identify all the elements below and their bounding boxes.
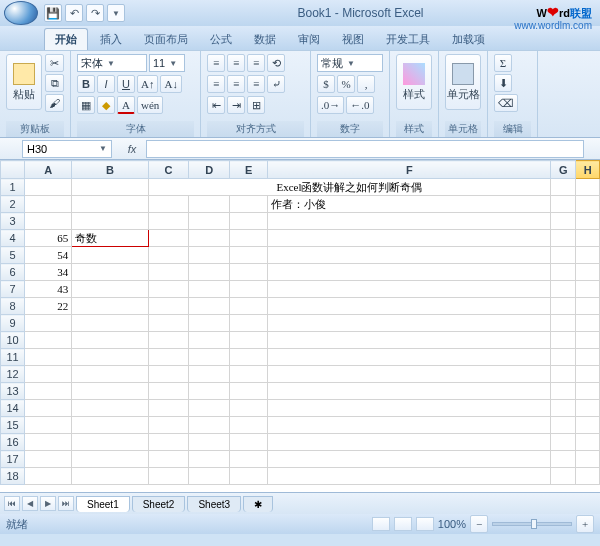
cell[interactable] — [230, 468, 268, 485]
cell[interactable] — [576, 366, 600, 383]
row-header[interactable]: 12 — [1, 366, 25, 383]
font-name-select[interactable]: 宋体▼ — [77, 54, 147, 72]
col-header-active[interactable]: H — [576, 161, 600, 179]
cell[interactable] — [148, 230, 189, 247]
align-center-icon[interactable]: ≡ — [227, 75, 245, 93]
fx-icon[interactable]: fx — [122, 143, 142, 155]
cell[interactable] — [189, 213, 230, 230]
cell[interactable] — [268, 434, 551, 451]
cell[interactable] — [25, 417, 72, 434]
styles-button[interactable]: 样式 — [396, 54, 432, 110]
row-header[interactable]: 16 — [1, 434, 25, 451]
sheet-nav-prev-icon[interactable]: ◀ — [22, 496, 38, 511]
cell[interactable] — [148, 468, 189, 485]
indent-inc-icon[interactable]: ⇥ — [227, 96, 245, 114]
cell[interactable] — [576, 349, 600, 366]
cell[interactable] — [268, 281, 551, 298]
cell[interactable] — [230, 230, 268, 247]
cell[interactable] — [189, 383, 230, 400]
cell[interactable] — [25, 315, 72, 332]
align-right-icon[interactable]: ≡ — [247, 75, 265, 93]
cell[interactable] — [551, 247, 576, 264]
cell[interactable] — [230, 451, 268, 468]
sheet-nav-next-icon[interactable]: ▶ — [40, 496, 56, 511]
cell[interactable] — [230, 298, 268, 315]
cell[interactable]: 22 — [25, 298, 72, 315]
cell[interactable] — [576, 281, 600, 298]
page-layout-view-icon[interactable] — [394, 517, 412, 531]
cell[interactable] — [230, 281, 268, 298]
formula-bar[interactable] — [146, 140, 584, 158]
cell[interactable] — [189, 315, 230, 332]
redo-icon[interactable]: ↷ — [86, 4, 104, 22]
row-header[interactable]: 8 — [1, 298, 25, 315]
cell[interactable] — [230, 264, 268, 281]
row-header[interactable]: 13 — [1, 383, 25, 400]
cell[interactable] — [148, 417, 189, 434]
col-header[interactable]: E — [230, 161, 268, 179]
inc-decimal-icon[interactable]: .0→ — [317, 96, 344, 114]
page-break-view-icon[interactable] — [416, 517, 434, 531]
cell[interactable] — [72, 179, 148, 196]
comma-icon[interactable]: , — [357, 75, 375, 93]
sheet-tab[interactable]: Sheet3 — [187, 496, 241, 512]
cell[interactable] — [268, 213, 551, 230]
cell[interactable]: 34 — [25, 264, 72, 281]
cell[interactable] — [576, 298, 600, 315]
cell[interactable] — [576, 179, 600, 196]
cell[interactable] — [576, 196, 600, 213]
cell[interactable] — [189, 468, 230, 485]
cell[interactable] — [25, 332, 72, 349]
cell[interactable] — [25, 400, 72, 417]
cell[interactable]: Excel函数讲解之如何判断奇偶 — [148, 179, 551, 196]
cell[interactable] — [268, 247, 551, 264]
tab-insert[interactable]: 插入 — [90, 29, 132, 50]
cell[interactable] — [551, 298, 576, 315]
number-format-select[interactable]: 常规▼ — [317, 54, 383, 72]
cell[interactable] — [551, 468, 576, 485]
cell[interactable] — [148, 332, 189, 349]
cell[interactable] — [268, 315, 551, 332]
col-header[interactable]: B — [72, 161, 148, 179]
cell[interactable] — [268, 468, 551, 485]
cell[interactable] — [230, 434, 268, 451]
cell[interactable] — [72, 434, 148, 451]
cell[interactable] — [576, 264, 600, 281]
cell[interactable] — [551, 332, 576, 349]
orientation-icon[interactable]: ⟲ — [267, 54, 285, 72]
cell[interactable] — [189, 434, 230, 451]
cell[interactable] — [189, 298, 230, 315]
cell[interactable] — [72, 264, 148, 281]
cell[interactable] — [551, 179, 576, 196]
sheet-tab[interactable]: Sheet2 — [132, 496, 186, 512]
cell[interactable] — [230, 196, 268, 213]
cell[interactable] — [189, 451, 230, 468]
cell[interactable] — [230, 247, 268, 264]
cell[interactable] — [268, 400, 551, 417]
cell[interactable] — [72, 349, 148, 366]
merge-icon[interactable]: ⊞ — [247, 96, 265, 114]
cell[interactable] — [189, 332, 230, 349]
cell[interactable]: 43 — [25, 281, 72, 298]
cell[interactable] — [72, 332, 148, 349]
cell[interactable] — [576, 383, 600, 400]
row-header[interactable]: 2 — [1, 196, 25, 213]
cell[interactable] — [148, 366, 189, 383]
percent-icon[interactable]: % — [337, 75, 355, 93]
col-header[interactable]: G — [551, 161, 576, 179]
cell[interactable] — [268, 451, 551, 468]
cell[interactable]: 65 — [25, 230, 72, 247]
autosum-icon[interactable]: Σ — [494, 54, 512, 72]
cell[interactable] — [189, 400, 230, 417]
qat-dropdown-icon[interactable]: ▼ — [107, 4, 125, 22]
cell[interactable] — [72, 281, 148, 298]
cell[interactable] — [25, 366, 72, 383]
cell[interactable]: 作者：小俊 — [268, 196, 551, 213]
tab-formulas[interactable]: 公式 — [200, 29, 242, 50]
cell[interactable] — [189, 417, 230, 434]
cell[interactable] — [148, 349, 189, 366]
dec-decimal-icon[interactable]: ←.0 — [346, 96, 373, 114]
cell[interactable] — [72, 196, 148, 213]
cell[interactable] — [551, 383, 576, 400]
cell[interactable] — [148, 451, 189, 468]
